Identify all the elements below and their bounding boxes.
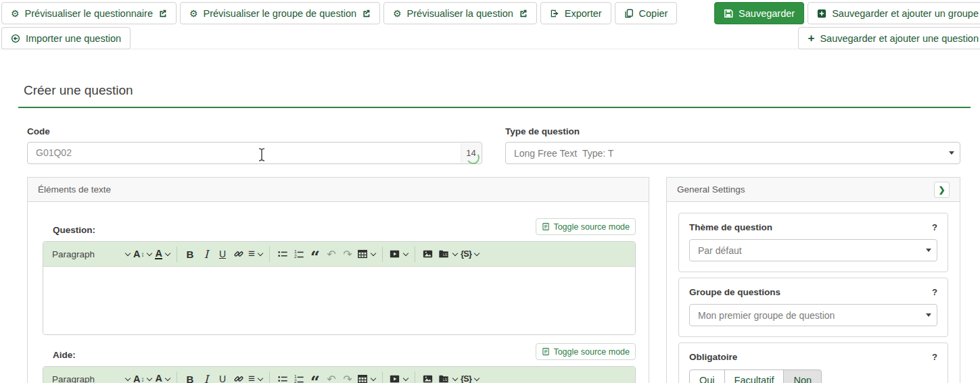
- chevron-down-icon: [949, 151, 954, 155]
- font-color-button[interactable]: A: [154, 370, 171, 383]
- code-char-counter: 14: [461, 143, 481, 163]
- align-icon: ≡: [248, 247, 255, 261]
- undo-button[interactable]: ↶: [323, 245, 340, 263]
- link-button[interactable]: [231, 245, 247, 263]
- toolbar-separator: [177, 247, 177, 262]
- chevron-right-icon: ❯: [938, 185, 945, 195]
- question-editor: Paragraph A ↕ A B: [43, 241, 636, 335]
- font-size-button[interactable]: A ↕: [132, 245, 154, 263]
- question-group-card: Groupe de questions ? Mon premier groupe…: [678, 278, 948, 337]
- question-type-group: Type de question Long Free Text Type: T: [505, 126, 960, 164]
- undo-button[interactable]: ↶: [323, 370, 340, 383]
- mandatory-option-non[interactable]: Non: [783, 369, 822, 383]
- chevron-down-icon: [125, 250, 131, 255]
- toolbar-separator: [382, 247, 383, 262]
- question-type-select[interactable]: Long Free Text Type: T: [505, 142, 960, 164]
- toolbar-separator: [269, 247, 270, 262]
- media-embed-button[interactable]: [388, 245, 410, 263]
- toolbar-separator: [415, 372, 415, 383]
- preview-group-button[interactable]: ⚙ Prévisualiser le groupe de question: [180, 2, 380, 24]
- help-icon[interactable]: ?: [932, 222, 937, 232]
- question-theme-select[interactable]: Par défaut: [689, 239, 937, 261]
- bulleted-list-button[interactable]: [275, 245, 291, 263]
- numbered-list-button[interactable]: 12: [291, 370, 307, 383]
- table-button[interactable]: [356, 245, 377, 263]
- svg-text:1: 1: [294, 374, 297, 379]
- media-embed-button[interactable]: [388, 370, 410, 383]
- mandatory-option-oui[interactable]: Oui: [689, 369, 725, 383]
- align-button[interactable]: ≡: [247, 370, 264, 383]
- chevron-down-icon: [403, 250, 409, 255]
- chevron-down-icon: [474, 250, 480, 255]
- table-button[interactable]: [356, 370, 377, 383]
- save-add-question-button[interactable]: + Sauvegarder et ajouter une question: [798, 27, 980, 49]
- external-link-icon: [519, 9, 528, 18]
- toolbar-separator: [269, 372, 270, 383]
- blockquote-button[interactable]: “: [307, 374, 323, 383]
- insert-image-button[interactable]: [420, 370, 436, 383]
- italic-button[interactable]: I: [198, 370, 214, 383]
- table-icon: [357, 249, 368, 259]
- chevron-down-icon: [258, 250, 263, 255]
- expression-button[interactable]: {S}: [459, 245, 482, 263]
- action-bar-right-top: Sauvegarder Sauvegarder et ajouter un gr…: [714, 2, 980, 24]
- copy-button[interactable]: Copier: [615, 2, 678, 24]
- chevron-down-icon: [452, 375, 458, 380]
- question-theme-card: Thème de question ? Par défaut: [678, 213, 948, 272]
- toggle-source-label: Toggle source mode: [553, 347, 630, 357]
- redo-button[interactable]: ↷: [340, 245, 356, 263]
- insert-image-button[interactable]: [420, 245, 436, 263]
- bold-button[interactable]: B: [182, 370, 198, 383]
- align-button[interactable]: ≡: [247, 245, 264, 263]
- help-label: Aide:: [53, 350, 76, 360]
- toggle-source-help-button[interactable]: Toggle source mode: [536, 343, 636, 360]
- file-manager-button[interactable]: LS: [436, 245, 459, 263]
- text-elements-body: Question: Toggle source mode Paragraph: [28, 202, 649, 383]
- toggle-source-question-button[interactable]: Toggle source mode: [536, 218, 636, 235]
- toggle-source-label: Toggle source mode: [553, 222, 630, 232]
- mandatory-button-group: Oui Facultatif Non: [689, 369, 822, 383]
- bulleted-list-button[interactable]: [275, 370, 291, 383]
- chevron-down-icon: [926, 313, 931, 317]
- code-input[interactable]: G01Q02 14: [27, 142, 482, 164]
- italic-button[interactable]: I: [198, 245, 214, 263]
- preview-survey-button[interactable]: ⚙ Prévisualiser le questionnaire: [1, 2, 177, 24]
- text-elements-panel: Éléments de texte Question: Toggle sourc…: [27, 177, 649, 383]
- svg-text:2: 2: [294, 254, 297, 259]
- numbered-list-button[interactable]: 12: [291, 245, 307, 263]
- bulleted-list-icon: [277, 374, 288, 383]
- file-manager-button[interactable]: LS: [436, 370, 459, 383]
- mandatory-option-facultatif[interactable]: Facultatif: [724, 369, 785, 383]
- save-add-group-button[interactable]: Sauvegarder et ajouter un groupe: [808, 2, 980, 24]
- redo-button[interactable]: ↷: [340, 370, 356, 383]
- font-color-button[interactable]: A: [154, 245, 171, 263]
- question-group-head: Groupe de questions ?: [689, 287, 937, 297]
- underline-button[interactable]: U: [214, 370, 231, 383]
- link-button[interactable]: [231, 370, 247, 383]
- help-icon[interactable]: ?: [932, 287, 937, 297]
- save-button[interactable]: Sauvegarder: [714, 2, 804, 24]
- import-question-button[interactable]: Importer une question: [1, 27, 131, 49]
- help-icon[interactable]: ?: [932, 352, 937, 362]
- question-group-select[interactable]: Mon premier groupe de question: [689, 304, 937, 326]
- underline-button[interactable]: U: [214, 245, 231, 263]
- question-group-value: Mon premier groupe de question: [698, 310, 835, 321]
- export-button[interactable]: Exporter: [540, 2, 611, 24]
- expression-button[interactable]: {S}: [459, 370, 482, 383]
- gear-icon: ⚙: [189, 9, 198, 18]
- bold-button[interactable]: B: [182, 245, 198, 263]
- collapse-panel-button[interactable]: ❯: [934, 182, 950, 198]
- preview-group-label: Prévisualiser le groupe de question: [204, 8, 357, 19]
- question-label-row: Question: Toggle source mode: [43, 218, 636, 235]
- save-icon: [724, 9, 733, 18]
- action-bar: ⚙ Prévisualiser le questionnaire ⚙ Prévi…: [0, 0, 980, 49]
- paragraph-style-dropdown[interactable]: Paragraph: [49, 249, 132, 259]
- paragraph-style-dropdown[interactable]: Paragraph: [49, 374, 132, 383]
- toolbar-separator: [415, 247, 415, 262]
- font-size-button[interactable]: A ↕: [132, 370, 154, 383]
- preview-question-button[interactable]: ⚙ Prévisualiser la question: [383, 2, 537, 24]
- blockquote-button[interactable]: “: [307, 249, 323, 267]
- media-embed-icon: [389, 374, 400, 383]
- page-content: Créer une question Code G01Q02 14 Type d…: [18, 83, 971, 383]
- question-editor-content[interactable]: [43, 267, 635, 334]
